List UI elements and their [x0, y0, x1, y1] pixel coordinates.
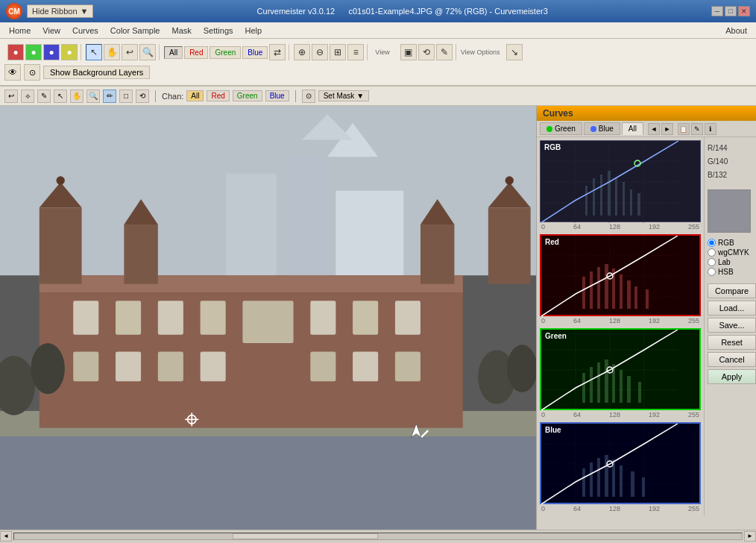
radio-lab-input[interactable] — [708, 258, 716, 266]
radio-rgb[interactable]: RGB — [708, 239, 753, 247]
zoom-small-btn[interactable]: 🔍 — [86, 90, 100, 103]
show-background-layers-button[interactable]: Show Background Layers — [43, 66, 150, 79]
menu-home[interactable]: Home — [3, 25, 37, 37]
minimize-button[interactable]: ─ — [711, 6, 723, 16]
green-chart[interactable]: Green — [540, 328, 701, 410]
undo-btn[interactable]: ↩ — [4, 90, 18, 103]
view-opt-2[interactable]: ⟲ — [418, 44, 435, 60]
ribbon-row1: ● ● ● ● ↖ ✋ ↩ 🔍 All Red Green Blue ⇄ ⊕ ⊖… — [0, 42, 756, 63]
pan-tool[interactable]: ✋ — [104, 44, 120, 60]
red-channel-tool[interactable]: ● — [7, 44, 24, 60]
svg-rect-15 — [310, 301, 336, 334]
svg-point-36 — [31, 343, 64, 394]
cursor-small-btn[interactable]: ↖ — [54, 90, 67, 103]
radio-wgcmyk-input[interactable] — [708, 248, 716, 257]
pencil-small-btn[interactable]: ✎ — [37, 90, 51, 103]
zoom-actual-btn[interactable]: ≡ — [347, 44, 364, 60]
chan-red-btn[interactable]: Red — [207, 90, 229, 101]
horizontal-scrollbar[interactable]: ◄ ► — [0, 530, 756, 542]
menu-curves[interactable]: Curves — [66, 25, 104, 37]
zoom-fit-btn[interactable]: ⊞ — [330, 44, 346, 60]
cursor-tools-section: ↖ ✋ ↩ 🔍 — [83, 44, 160, 60]
tab-next-arrow[interactable]: ► — [661, 123, 673, 135]
chan-all-btn[interactable]: All — [186, 90, 204, 101]
tab-action-icons: 📋 ✎ ℹ — [678, 123, 716, 135]
hide-ribbon-button[interactable]: Hide Ribbon ▼ — [27, 4, 93, 18]
red-chart[interactable]: Red — [540, 234, 701, 316]
blue-chart-container: Blue — [540, 422, 701, 512]
reset-button[interactable]: Reset — [708, 335, 756, 350]
hand-small-btn[interactable]: ✋ — [70, 90, 84, 103]
view-opt-1[interactable]: ▣ — [400, 44, 417, 60]
chan-blue-btn[interactable]: Blue — [265, 90, 289, 101]
blue-chart[interactable]: Blue — [540, 422, 701, 504]
layers-icon[interactable]: ⊙ — [24, 64, 40, 81]
scroll-right-arrow[interactable]: ► — [744, 531, 756, 542]
load-button[interactable]: Load... — [708, 301, 756, 316]
menu-help[interactable]: Help — [239, 25, 268, 37]
menu-color-sample[interactable]: Color Sample — [104, 25, 166, 37]
channel-dropdown[interactable]: ⇄ — [269, 44, 286, 60]
close-button[interactable]: ✕ — [738, 6, 750, 16]
zoom-in-btn[interactable]: ⊕ — [294, 44, 310, 60]
svg-rect-21 — [201, 351, 226, 381]
scroll-left-arrow[interactable]: ◄ — [0, 531, 12, 542]
cursor-tool[interactable]: ↖ — [86, 44, 102, 60]
compare-button[interactable]: Compare — [708, 283, 756, 298]
divider2 — [295, 90, 296, 102]
tab-all[interactable]: All — [622, 122, 643, 135]
blue-channel-tool[interactable]: ● — [43, 44, 60, 60]
canvas-area[interactable] — [0, 106, 536, 530]
rgb-chart[interactable]: RGB — [540, 140, 701, 222]
radio-lab[interactable]: Lab — [708, 258, 753, 266]
channel-red-btn[interactable]: Red — [184, 46, 208, 59]
view-section-label: View — [369, 48, 395, 56]
rect-btn[interactable]: □ — [119, 90, 133, 103]
cancel-button[interactable]: Cancel — [708, 352, 756, 367]
tab-blue[interactable]: Blue — [584, 122, 620, 135]
tab-prev-arrow[interactable]: ◄ — [648, 123, 660, 135]
green-chart-label: Green — [545, 332, 567, 340]
eyedropper-btn[interactable]: ✏ — [103, 90, 116, 103]
radio-rgb-input[interactable] — [708, 239, 716, 247]
svg-rect-97 — [590, 462, 593, 497]
rotate-small-btn[interactable]: ⟲ — [136, 90, 149, 103]
green-channel-tool[interactable]: ● — [25, 44, 42, 60]
rotate-tool[interactable]: ↩ — [122, 44, 138, 60]
menu-mask[interactable]: Mask — [166, 25, 197, 37]
about-button[interactable]: About — [719, 25, 753, 37]
chan-green-btn[interactable]: Green — [233, 90, 262, 101]
svg-rect-71 — [627, 280, 631, 309]
channel-all-btn[interactable]: All — [164, 46, 183, 59]
set-mask-button[interactable]: Set Mask ▼ — [318, 90, 370, 101]
menu-settings[interactable]: Settings — [198, 25, 239, 37]
zoom-magnify-tool[interactable]: 🔍 — [139, 44, 156, 60]
svg-rect-10 — [73, 301, 98, 334]
eye-icon[interactable]: 👁 — [4, 64, 21, 81]
svg-rect-12 — [158, 301, 183, 334]
curves-charts: RGB — [537, 137, 704, 515]
view-opt-3[interactable]: ✎ — [436, 44, 453, 60]
save-button[interactable]: Save... — [708, 318, 756, 333]
radio-wgcmyk[interactable]: wgCMYK — [708, 248, 753, 257]
maximize-button[interactable]: □ — [725, 6, 737, 16]
channel-green-btn[interactable]: Green — [210, 46, 241, 59]
tab-copy-icon[interactable]: 📋 — [678, 123, 690, 135]
link-btn[interactable]: ⟡ — [21, 90, 34, 103]
zoom-out-btn[interactable]: ⊖ — [312, 44, 328, 60]
radio-hsb-input[interactable] — [708, 268, 716, 276]
radio-hsb[interactable]: HSB — [708, 268, 753, 276]
scroll-track[interactable] — [13, 533, 743, 540]
tab-green[interactable]: Green — [540, 122, 582, 135]
apply-button[interactable]: Apply — [708, 369, 756, 384]
channel-blue-btn[interactable]: Blue — [242, 46, 268, 59]
tab-info-icon[interactable]: ℹ — [705, 123, 716, 135]
yellow-channel-tool[interactable]: ● — [61, 44, 78, 60]
tab-pencil-icon[interactable]: ✎ — [691, 123, 703, 135]
menubar: Home View Curves Color Sample Mask Setti… — [0, 22, 756, 39]
mask-icon[interactable]: ⊙ — [302, 90, 315, 103]
svg-rect-31 — [124, 225, 157, 284]
scroll-thumb[interactable] — [233, 533, 378, 539]
view-options-expand[interactable]: ↘ — [506, 44, 523, 60]
menu-view[interactable]: View — [37, 25, 66, 37]
